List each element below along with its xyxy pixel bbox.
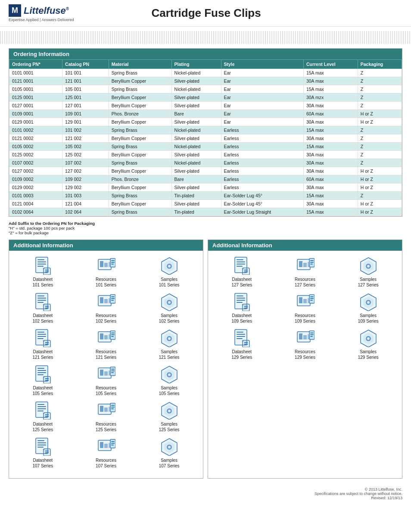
info-item-label: Samples102 Series	[159, 313, 180, 324]
info-item[interactable]: Samples127 Series	[339, 256, 398, 288]
info-item[interactable]: Samples107 Series	[140, 437, 199, 469]
info-item[interactable]: Datasheet102 Series	[13, 292, 72, 324]
info-item[interactable]: Resources105 Series	[77, 364, 136, 396]
svg-rect-61	[100, 370, 103, 376]
col-packaging: Packaging	[358, 60, 402, 69]
svg-rect-116	[303, 263, 307, 267]
info-item[interactable]: Datasheet107 Series	[13, 437, 72, 469]
info-item-label: Resources105 Series	[96, 385, 116, 396]
svg-rect-94	[37, 447, 44, 448]
svg-point-71	[168, 373, 171, 376]
info-item[interactable]: Samples121 Series	[140, 328, 199, 360]
info-item[interactable]: Resources129 Series	[276, 328, 335, 360]
decorative-bar	[0, 31, 411, 44]
table-row: 0101 0003101 003Spring BrassTin-platedEa…	[9, 192, 402, 200]
svg-rect-112	[237, 266, 243, 267]
col-catalog-pn: Catalog PN	[62, 60, 109, 69]
samples-icon	[160, 328, 179, 347]
svg-rect-129	[237, 300, 245, 301]
resources-icon	[97, 292, 115, 311]
svg-rect-63	[109, 370, 110, 376]
info-item-label: Datasheet101 Series	[32, 277, 53, 288]
info-item[interactable]: Resources107 Series	[77, 437, 136, 469]
info-item-label: Datasheet107 Series	[32, 457, 53, 469]
svg-rect-76	[37, 411, 44, 411]
svg-rect-121	[310, 264, 313, 264]
svg-rect-22	[37, 302, 44, 303]
info-item[interactable]: Datasheet121 Series	[13, 328, 72, 360]
info-item[interactable]: Samples109 Series	[339, 292, 398, 324]
col-ordering-pn: Ordering PN*	[9, 60, 62, 69]
info-item[interactable]: Datasheet101 Series	[13, 256, 72, 288]
svg-rect-133	[299, 297, 302, 303]
svg-rect-11	[111, 260, 115, 261]
svg-rect-146	[237, 334, 245, 335]
datasheet-icon	[33, 437, 52, 456]
info-item[interactable]: Samples125 Series	[140, 401, 199, 432]
svg-rect-145	[237, 332, 243, 333]
svg-point-107	[168, 446, 171, 448]
info-item[interactable]: Samples129 Series	[339, 328, 398, 360]
svg-rect-120	[310, 262, 314, 263]
info-item[interactable]: Datasheet105 Series	[13, 364, 72, 396]
additional-row: Additional Information Datasheet101 Seri…	[9, 240, 402, 479]
page-title: Cartridge Fuse Clips	[151, 6, 261, 20]
table-row: 0105 0001105 001Spring BrassNickel-plate…	[9, 85, 402, 93]
svg-point-125	[367, 265, 370, 268]
svg-rect-65	[111, 369, 115, 370]
svg-rect-85	[111, 408, 114, 409]
svg-rect-83	[111, 405, 115, 406]
svg-rect-7	[100, 261, 103, 267]
datasheet-icon	[33, 364, 52, 383]
resources-icon	[97, 437, 115, 456]
info-item[interactable]: Datasheet129 Series	[212, 328, 271, 360]
svg-rect-58	[37, 374, 44, 375]
info-item[interactable]: Resources102 Series	[77, 292, 136, 324]
info-item-label: Resources125 Series	[96, 421, 116, 432]
svg-rect-2	[37, 261, 46, 262]
footer-line1: © 2013 Littelfuse, Inc.	[9, 487, 402, 492]
info-item[interactable]: Datasheet109 Series	[212, 292, 271, 324]
info-item[interactable]: Samples102 Series	[140, 292, 199, 324]
logo-icon: M	[9, 4, 21, 17]
info-item[interactable]: Datasheet127 Series	[212, 256, 271, 288]
info-item[interactable]: Datasheet125 Series	[13, 401, 72, 432]
info-item[interactable]: Resources121 Series	[77, 328, 136, 360]
info-item[interactable]: Resources127 Series	[276, 256, 335, 288]
samples-icon	[160, 292, 179, 311]
info-item[interactable]: Samples101 Series	[140, 256, 199, 288]
table-row: 0121 0004121 004Beryllium CopperSilver-p…	[9, 200, 402, 208]
table-row: 0101 0001101 001Spring BrassNickel-plate…	[9, 69, 402, 77]
info-item[interactable]: Resources125 Series	[77, 401, 136, 432]
datasheet-icon	[232, 292, 251, 311]
svg-rect-19	[37, 296, 44, 296]
info-item[interactable]: Samples105 Series	[140, 364, 199, 396]
svg-rect-98	[104, 444, 108, 448]
info-item-label: Datasheet127 Series	[231, 277, 252, 288]
svg-rect-156	[310, 334, 314, 335]
samples-icon	[160, 437, 179, 456]
info-item-label: Resources102 Series	[96, 313, 116, 324]
table-row: 0109 0001109 001Phos. BronzeBareEar60A m…	[9, 110, 402, 118]
info-item-label: Datasheet105 Series	[32, 385, 53, 396]
col-material: Material	[109, 60, 171, 69]
info-item[interactable]: Resources109 Series	[276, 292, 335, 324]
table-row: 0121 0002121 002Beryllium CopperSilver-p…	[9, 134, 402, 143]
svg-rect-3	[37, 264, 46, 264]
logo-area: M Littelfuse® Expertise Applied | Answer…	[9, 4, 74, 22]
ordering-section: Ordering Information Ordering PN* Catalo…	[9, 48, 402, 217]
info-item-label: Samples129 Series	[358, 349, 379, 360]
table-row: 0125 0002125 002Beryllium CopperSilver-p…	[9, 151, 402, 159]
svg-rect-81	[109, 407, 110, 412]
svg-rect-38	[37, 334, 46, 335]
svg-point-53	[168, 337, 171, 340]
svg-rect-103	[111, 445, 114, 445]
svg-rect-44	[104, 335, 108, 339]
svg-rect-109	[237, 259, 243, 260]
info-item[interactable]: Resources101 Series	[77, 256, 136, 288]
resources-icon	[97, 328, 115, 347]
svg-rect-25	[100, 297, 103, 303]
table-row: 0101 0002101 002Spring BrassNickel-plate…	[9, 126, 402, 134]
svg-rect-75	[37, 408, 46, 409]
svg-rect-29	[111, 296, 115, 297]
